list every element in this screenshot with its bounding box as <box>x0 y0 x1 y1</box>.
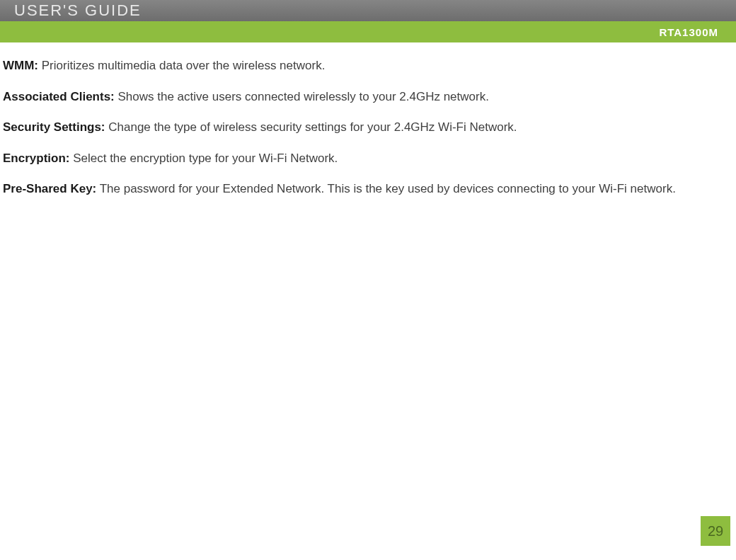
definition-term: Encryption: <box>3 152 69 165</box>
definition-term: Associated Clients: <box>3 90 115 103</box>
definition-item: Pre-Shared Key: The password for your Ex… <box>3 180 729 198</box>
definition-term: Pre-Shared Key: <box>3 182 96 195</box>
definition-description: Change the type of wireless security set… <box>105 120 517 134</box>
definition-term: Security Settings: <box>3 120 105 134</box>
definition-item: Associated Clients: Shows the active use… <box>3 88 729 106</box>
guide-title: USER'S GUIDE <box>14 1 142 20</box>
definition-item: Encryption: Select the encryption type f… <box>3 149 729 168</box>
page-number-box: 29 <box>701 516 730 546</box>
definition-description: Prioritizes multimedia data over the wir… <box>38 59 325 72</box>
definition-item: Security Settings: Change the type of wi… <box>3 118 729 137</box>
content-area: WMM: Prioritizes multimedia data over th… <box>0 42 736 198</box>
definition-description: Shows the active users connected wireles… <box>115 90 489 103</box>
definition-term: WMM: <box>3 59 38 72</box>
header-bottom-bar: RTA1300M <box>0 21 736 42</box>
page-number: 29 <box>708 523 723 539</box>
definition-description: The password for your Extended Network. … <box>96 182 676 195</box>
model-number: RTA1300M <box>659 26 718 38</box>
header-top-bar: USER'S GUIDE <box>0 0 736 21</box>
definition-item: WMM: Prioritizes multimedia data over th… <box>3 57 729 75</box>
document-header: USER'S GUIDE RTA1300M <box>0 0 736 42</box>
definition-description: Select the encryption type for your Wi-F… <box>69 152 338 165</box>
